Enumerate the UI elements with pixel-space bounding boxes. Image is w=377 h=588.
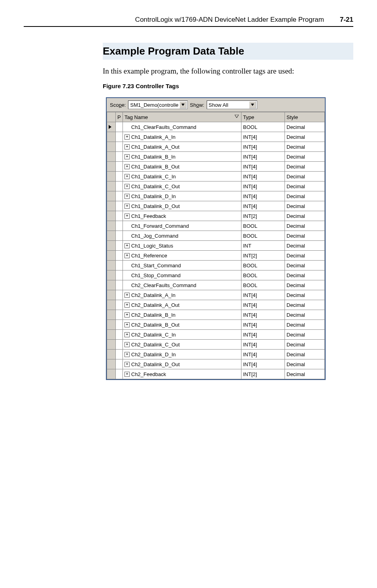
table-row[interactable]: +Ch1_Datalink_A_OutINT[4]Decimal bbox=[107, 142, 325, 152]
row-header[interactable] bbox=[107, 231, 116, 241]
tag-name-cell[interactable]: Ch1_ClearFaults_Command bbox=[123, 122, 241, 132]
expand-icon[interactable]: + bbox=[124, 342, 130, 347]
table-row[interactable]: Ch1_Start_CommandBOOLDecimal bbox=[107, 261, 325, 270]
tag-name-cell[interactable]: +Ch1_Datalink_D_Out bbox=[123, 201, 241, 211]
chevron-down-icon[interactable] bbox=[179, 101, 187, 108]
table-row[interactable]: +Ch1_Datalink_C_InINT[4]Decimal bbox=[107, 172, 325, 182]
row-header[interactable] bbox=[107, 290, 116, 300]
row-header[interactable] bbox=[107, 201, 116, 211]
expand-icon[interactable]: + bbox=[124, 243, 130, 248]
table-row[interactable]: +Ch2_Datalink_C_InINT[4]Decimal bbox=[107, 330, 325, 340]
expand-icon[interactable]: + bbox=[124, 332, 130, 337]
tag-name-cell[interactable]: Ch1_Start_Command bbox=[123, 261, 241, 270]
table-row[interactable]: Ch1_Forward_CommandBOOLDecimal bbox=[107, 221, 325, 231]
row-header[interactable] bbox=[107, 330, 116, 340]
expand-icon[interactable]: + bbox=[124, 154, 130, 159]
row-header[interactable] bbox=[107, 152, 116, 162]
row-header[interactable] bbox=[107, 359, 116, 369]
table-row[interactable]: +Ch2_Datalink_B_OutINT[4]Decimal bbox=[107, 320, 325, 330]
tag-name-cell[interactable]: +Ch1_Datalink_B_Out bbox=[123, 162, 241, 172]
table-row[interactable]: +Ch2_Datalink_A_OutINT[4]Decimal bbox=[107, 300, 325, 310]
table-row[interactable]: +Ch2_Datalink_B_InINT[4]Decimal bbox=[107, 310, 325, 320]
tag-name-cell[interactable]: Ch1_Stop_Command bbox=[123, 270, 241, 280]
tag-name-cell[interactable]: +Ch2_Datalink_C_In bbox=[123, 330, 241, 340]
row-header[interactable] bbox=[107, 261, 116, 270]
show-combo[interactable]: Show All bbox=[207, 100, 257, 109]
row-header[interactable] bbox=[107, 241, 116, 251]
table-row[interactable]: +Ch1_Datalink_D_InINT[4]Decimal bbox=[107, 191, 325, 201]
table-row[interactable]: Ch1_Stop_CommandBOOLDecimal bbox=[107, 270, 325, 280]
tag-name-cell[interactable]: +Ch1_Datalink_C_Out bbox=[123, 182, 241, 191]
row-header[interactable] bbox=[107, 211, 116, 221]
expand-icon[interactable]: + bbox=[124, 253, 130, 258]
table-row[interactable]: +Ch1_ReferenceINT[2]Decimal bbox=[107, 251, 325, 261]
expand-icon[interactable]: + bbox=[124, 303, 130, 308]
tag-name-cell[interactable]: +Ch2_Datalink_D_Out bbox=[123, 359, 241, 369]
expand-icon[interactable]: + bbox=[124, 164, 130, 169]
tag-name-cell[interactable]: +Ch2_Datalink_C_Out bbox=[123, 340, 241, 350]
row-header[interactable] bbox=[107, 270, 116, 280]
row-header[interactable] bbox=[107, 251, 116, 261]
row-header[interactable] bbox=[107, 162, 116, 172]
expand-icon[interactable]: + bbox=[124, 362, 130, 367]
expand-icon[interactable]: + bbox=[124, 293, 130, 298]
tag-name-cell[interactable]: +Ch1_Datalink_D_In bbox=[123, 191, 241, 201]
tag-name-cell[interactable]: Ch2_ClearFaults_Command bbox=[123, 280, 241, 290]
table-row[interactable]: +Ch2_Datalink_C_OutINT[4]Decimal bbox=[107, 340, 325, 350]
tag-name-cell[interactable]: +Ch2_Datalink_D_In bbox=[123, 350, 241, 359]
expand-icon[interactable]: + bbox=[124, 134, 130, 140]
expand-icon[interactable]: + bbox=[124, 144, 130, 149]
tag-name-cell[interactable]: +Ch2_Datalink_B_Out bbox=[123, 320, 241, 330]
tag-name-cell[interactable]: +Ch1_Reference bbox=[123, 251, 241, 261]
row-header[interactable] bbox=[107, 172, 116, 182]
tag-name-cell[interactable]: +Ch1_Datalink_A_In bbox=[123, 132, 241, 142]
table-row[interactable]: +Ch1_Datalink_D_OutINT[4]Decimal bbox=[107, 201, 325, 211]
table-row[interactable]: Ch2_ClearFaults_CommandBOOLDecimal bbox=[107, 280, 325, 290]
table-row[interactable]: +Ch1_Datalink_B_OutINT[4]Decimal bbox=[107, 162, 325, 172]
grid-header-style[interactable]: Style bbox=[285, 112, 325, 122]
tag-name-cell[interactable]: +Ch1_Logic_Status bbox=[123, 241, 241, 251]
sort-descending-icon[interactable] bbox=[235, 114, 239, 120]
tag-name-cell[interactable]: +Ch2_Feedback bbox=[123, 369, 241, 379]
row-header[interactable] bbox=[107, 369, 116, 379]
table-row[interactable]: +Ch1_FeedbackINT[2]Decimal bbox=[107, 211, 325, 221]
table-row[interactable]: +Ch1_Datalink_A_InINT[4]Decimal bbox=[107, 132, 325, 142]
row-header[interactable] bbox=[107, 122, 116, 132]
tag-name-cell[interactable]: Ch1_Jog_Command bbox=[123, 231, 241, 241]
table-row[interactable]: +Ch1_Datalink_B_InINT[4]Decimal bbox=[107, 152, 325, 162]
expand-icon[interactable]: + bbox=[124, 372, 130, 377]
tag-name-cell[interactable]: Ch1_Forward_Command bbox=[123, 221, 241, 231]
table-row[interactable]: +Ch2_FeedbackINT[2]Decimal bbox=[107, 369, 325, 379]
tag-name-cell[interactable]: +Ch2_Datalink_B_In bbox=[123, 310, 241, 320]
row-header[interactable] bbox=[107, 132, 116, 142]
row-header[interactable] bbox=[107, 300, 116, 310]
row-header[interactable] bbox=[107, 191, 116, 201]
expand-icon[interactable]: + bbox=[124, 322, 130, 327]
chevron-down-icon[interactable] bbox=[249, 101, 256, 108]
row-header[interactable] bbox=[107, 340, 116, 350]
expand-icon[interactable]: + bbox=[124, 194, 130, 199]
grid-header-tagname[interactable]: Tag Name bbox=[123, 112, 241, 122]
row-header[interactable] bbox=[107, 182, 116, 191]
table-row[interactable]: +Ch2_Datalink_D_OutINT[4]Decimal bbox=[107, 359, 325, 369]
expand-icon[interactable]: + bbox=[124, 184, 130, 189]
expand-icon[interactable]: + bbox=[124, 214, 130, 219]
expand-icon[interactable]: + bbox=[124, 312, 130, 318]
expand-icon[interactable]: + bbox=[124, 352, 130, 357]
table-row[interactable]: Ch1_ClearFaults_CommandBOOLDecimal bbox=[107, 122, 325, 132]
tag-name-cell[interactable]: +Ch1_Datalink_B_In bbox=[123, 152, 241, 162]
table-row[interactable]: +Ch1_Logic_StatusINTDecimal bbox=[107, 241, 325, 251]
row-header[interactable] bbox=[107, 280, 116, 290]
tag-name-cell[interactable]: +Ch1_Datalink_C_In bbox=[123, 172, 241, 182]
table-row[interactable]: Ch1_Jog_CommandBOOLDecimal bbox=[107, 231, 325, 241]
row-header[interactable] bbox=[107, 142, 116, 152]
row-header[interactable] bbox=[107, 350, 116, 359]
row-header[interactable] bbox=[107, 320, 116, 330]
expand-icon[interactable]: + bbox=[124, 204, 130, 209]
grid-header-p[interactable]: P bbox=[116, 112, 123, 122]
scope-combo[interactable]: SM1_Demo(controlle bbox=[128, 100, 187, 109]
table-row[interactable]: +Ch2_Datalink_D_InINT[4]Decimal bbox=[107, 350, 325, 359]
tag-name-cell[interactable]: +Ch1_Feedback bbox=[123, 211, 241, 221]
tag-name-cell[interactable]: +Ch2_Datalink_A_In bbox=[123, 290, 241, 300]
expand-icon[interactable]: + bbox=[124, 174, 130, 179]
